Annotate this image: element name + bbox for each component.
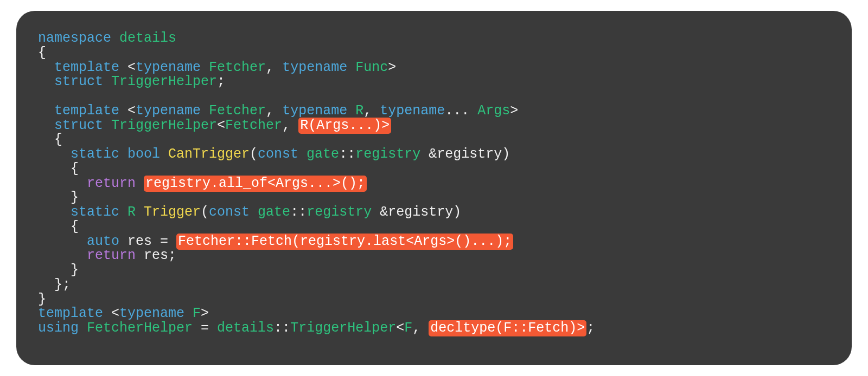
kw-template: template — [38, 306, 103, 321]
id-Args: Args — [469, 103, 510, 119]
punc: < — [119, 103, 136, 119]
kw-typename: typename — [282, 103, 347, 119]
punc: < — [396, 320, 404, 336]
kw-typename: typename — [119, 306, 184, 321]
id-TriggerHelper: TriggerHelper — [290, 320, 396, 336]
id-details — [111, 30, 119, 46]
kw-struct: struct — [38, 74, 103, 89]
id-F: F — [184, 306, 201, 321]
kw-const: const — [258, 146, 298, 162]
punc: :: — [274, 320, 290, 336]
highlight-decltype: decltype(F::Fetch)> — [429, 320, 586, 336]
id-gate: gate — [250, 204, 290, 220]
kw-bool: bool — [119, 146, 160, 162]
punc: &registry) — [420, 146, 510, 162]
id-Fetcher: Fetcher — [225, 118, 282, 133]
kw-static: static — [38, 204, 119, 220]
brace: { — [38, 132, 62, 147]
punc: :: — [339, 146, 355, 162]
kw-struct: struct — [38, 118, 103, 133]
brace: }; — [38, 277, 71, 293]
kw-template: template — [38, 60, 119, 75]
brace: { — [38, 219, 79, 235]
punc: &registry) — [372, 204, 461, 220]
id-F: F — [404, 320, 412, 336]
id-registry: registry — [307, 204, 372, 220]
kw-typename: typename — [282, 60, 347, 75]
id-res: res = — [119, 234, 176, 249]
kw-return: return — [38, 176, 136, 191]
brace: { — [38, 161, 79, 177]
highlight-allof: registry.all_of<Args...>(); — [144, 176, 367, 192]
id-R: R — [347, 103, 363, 119]
punc: , — [266, 103, 282, 119]
fn-Trigger: Trigger — [136, 204, 201, 220]
punc: > — [201, 306, 209, 321]
kw-typename: typename — [380, 103, 445, 119]
brace: } — [38, 190, 79, 205]
id-details-t: details — [119, 30, 176, 46]
id-R: R — [119, 204, 136, 220]
highlight-rargs: R(Args...)> — [298, 118, 391, 134]
highlight-fetch: Fetcher::Fetch(registry.last<Args>()...)… — [176, 234, 513, 250]
id-res: res; — [136, 248, 176, 263]
punc: ; — [217, 74, 225, 89]
id-Func: Func — [347, 60, 388, 75]
punc: , — [412, 320, 429, 336]
kw-const: const — [209, 204, 250, 220]
kw-auto: auto — [38, 234, 119, 249]
code-pre: namespace details { template <typename F… — [38, 31, 830, 336]
id-FetcherHelper: FetcherHelper — [79, 320, 193, 336]
punc: > — [510, 103, 518, 119]
punc: ( — [250, 146, 258, 162]
id-details: details — [217, 320, 274, 336]
id-TriggerHelper: TriggerHelper — [103, 118, 217, 133]
id-gate: gate — [298, 146, 339, 162]
fn-CanTrigger: CanTrigger — [160, 146, 250, 162]
kw-using: using — [38, 320, 79, 336]
id-TriggerHelper: TriggerHelper — [103, 74, 217, 89]
dots: ... — [445, 103, 469, 119]
punc: ( — [201, 204, 209, 220]
kw-static: static — [38, 146, 119, 162]
id-registry: registry — [355, 146, 420, 162]
punc: , — [282, 118, 298, 133]
punc: < — [119, 60, 136, 75]
kw-typename: typename — [136, 60, 201, 75]
sp — [136, 176, 144, 191]
id-Fetcher: Fetcher — [201, 103, 266, 119]
kw-namespace: namespace — [38, 30, 111, 46]
punc: < — [217, 118, 225, 133]
id-Fetcher: Fetcher — [201, 60, 266, 75]
punc: :: — [290, 204, 307, 220]
code-block: namespace details { template <typename F… — [16, 11, 852, 365]
brace: { — [38, 45, 46, 61]
punc: ; — [586, 320, 595, 336]
brace: } — [38, 262, 79, 278]
punc: > — [388, 60, 396, 75]
punc: , — [363, 103, 380, 119]
punc: < — [103, 306, 119, 321]
brace: } — [38, 291, 46, 307]
punc: = — [193, 320, 217, 336]
kw-typename: typename — [136, 103, 201, 119]
punc: , — [266, 60, 282, 75]
kw-return: return — [38, 248, 136, 263]
kw-template: template — [38, 103, 119, 119]
